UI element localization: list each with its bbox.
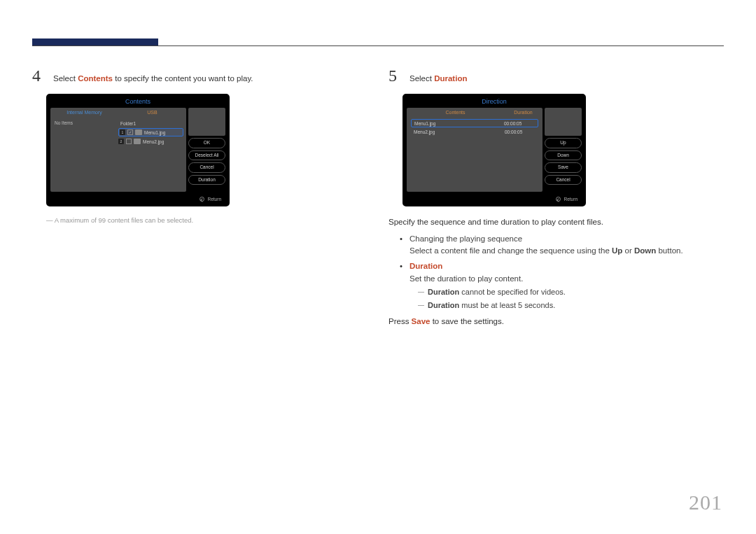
bullet-sequence: Changing the playing sequence Select a c… <box>400 233 724 258</box>
text: Press <box>388 317 412 325</box>
left-column: 4 Select Contents to specify the content… <box>32 66 368 332</box>
text: to specify the content you want to play. <box>113 74 253 83</box>
bold-up: Up <box>612 246 622 255</box>
text: Select <box>410 74 434 83</box>
text: Set the duration to play content. <box>410 274 523 283</box>
main-panel: Internal Memory USB No Items Folder1 1 ✓ <box>50 108 186 192</box>
step-number: 4 <box>32 66 45 85</box>
screen-title: Contents <box>48 95 228 108</box>
item-duration: 00:00:05 <box>505 129 538 134</box>
page-number: 201 <box>689 491 722 514</box>
preview-box <box>545 108 582 136</box>
down-button[interactable]: Down <box>545 150 582 161</box>
column-headers: Internal Memory USB <box>50 108 186 117</box>
screen-body: Contents Duration Menu1.jpg 00:00:05 Men… <box>404 108 584 195</box>
col-usb[interactable]: USB <box>118 108 186 117</box>
bullet-duration: Duration Set the duration to play conten… <box>400 260 724 311</box>
return-label: Return <box>564 197 578 202</box>
highlight-contents: Contents <box>78 74 113 83</box>
list-item-selected[interactable]: Menu1.jpg 00:00:05 <box>411 119 538 127</box>
return-bar: Return <box>48 195 228 205</box>
footnote: A maximum of 99 content files can be sel… <box>46 216 368 224</box>
side-panel: OK Deselect All Cancel Duration <box>188 108 225 192</box>
step-text: Select Duration <box>410 73 467 84</box>
header-accent <box>32 38 158 45</box>
dash-item: Duration must be at least 5 seconds. <box>418 300 724 311</box>
bullet-title-hl: Duration <box>410 262 442 270</box>
screen-body: Internal Memory USB No Items Folder1 1 ✓ <box>48 108 228 195</box>
folder-label: Folder1 <box>120 121 136 126</box>
dash-item: Duration cannot be specified for videos. <box>418 286 724 298</box>
preview-box <box>188 108 225 136</box>
step-4: 4 Select Contents to specify the content… <box>32 66 368 85</box>
ok-button[interactable]: OK <box>188 138 225 148</box>
return-bar: Return <box>404 195 584 205</box>
step-text: Select Contents to specify the content y… <box>53 73 253 84</box>
main-panel: Contents Duration Menu1.jpg 00:00:05 Men… <box>407 108 542 192</box>
bullet-title: Changing the playing sequence <box>410 234 522 243</box>
list-item[interactable]: Menu2.jpg 00:00:05 <box>411 127 538 136</box>
duration-button[interactable]: Duration <box>188 175 225 185</box>
thumbnail-icon <box>135 129 142 135</box>
intro-text: Specify the sequence and time duration t… <box>388 216 724 229</box>
file-name: Menu2.jpg <box>143 139 164 144</box>
highlight-save: Save <box>412 317 430 325</box>
no-items-label: No Items <box>55 120 73 125</box>
step-5: 5 Select Duration <box>388 66 724 85</box>
cancel-button[interactable]: Cancel <box>545 175 582 185</box>
bold-down: Down <box>634 246 656 255</box>
contents-screen: Contents Internal Memory USB No Items Fo… <box>46 94 230 206</box>
file-row[interactable]: 2 Menu2.jpg <box>118 137 183 146</box>
screen-title: Direction <box>404 95 584 108</box>
direction-screen: Direction Contents Duration Menu1.jpg 00… <box>402 94 586 206</box>
dash-list: Duration cannot be specified for videos.… <box>418 286 724 311</box>
return-icon[interactable] <box>200 197 204 202</box>
content-columns: 4 Select Contents to specify the content… <box>32 66 724 332</box>
text: cannot be specified for videos. <box>459 288 566 296</box>
column-headers: Contents Duration <box>407 108 542 117</box>
file-index: 1 <box>120 129 125 135</box>
bold: Duration <box>428 288 459 296</box>
file-list: Folder1 1 ✓ Menu1.jpg 2 Menu2.jpg <box>118 119 183 146</box>
file-name: Menu1.jpg <box>144 130 165 135</box>
thumbnail-icon <box>134 139 141 144</box>
item-name: Menu1.jpg <box>412 121 504 126</box>
text: Select a content file and change the seq… <box>410 246 612 255</box>
folder-row[interactable]: Folder1 <box>118 119 183 127</box>
item-duration: 00:00:05 <box>504 121 538 126</box>
header-divider <box>32 45 724 46</box>
text: or <box>622 246 634 255</box>
cancel-button[interactable]: Cancel <box>188 162 225 173</box>
file-row-selected[interactable]: 1 ✓ Menu1.jpg <box>118 128 183 136</box>
checkbox-icon[interactable]: ✓ <box>127 129 133 135</box>
return-label: Return <box>207 197 221 202</box>
deselect-all-button[interactable]: Deselect All <box>188 150 225 161</box>
return-icon[interactable] <box>556 197 561 202</box>
bullet-list: Changing the playing sequence Select a c… <box>400 233 724 311</box>
save-button[interactable]: Save <box>545 162 582 173</box>
text: button. <box>656 246 682 255</box>
note-text: A maximum of 99 content files can be sel… <box>55 216 194 224</box>
col-internal-memory[interactable]: Internal Memory <box>50 108 118 117</box>
text: must be at least 5 seconds. <box>459 301 555 309</box>
press-save-text: Press Save to save the settings. <box>388 316 724 328</box>
step-number: 5 <box>388 66 401 85</box>
text: to save the settings. <box>430 317 503 325</box>
checkbox-icon[interactable] <box>126 139 132 144</box>
col-contents: Contents <box>407 108 504 117</box>
up-button[interactable]: Up <box>545 138 582 148</box>
direction-list: Menu1.jpg 00:00:05 Menu2.jpg 00:00:05 <box>411 119 538 136</box>
side-panel: Up Down Save Cancel <box>545 108 582 192</box>
item-name: Menu2.jpg <box>411 129 505 134</box>
highlight-duration: Duration <box>434 74 467 83</box>
file-index: 2 <box>118 139 124 144</box>
bold: Duration <box>428 301 459 309</box>
text: Select <box>53 74 78 83</box>
right-column: 5 Select Duration Direction Contents Dur… <box>388 66 724 332</box>
col-duration: Duration <box>504 108 542 117</box>
